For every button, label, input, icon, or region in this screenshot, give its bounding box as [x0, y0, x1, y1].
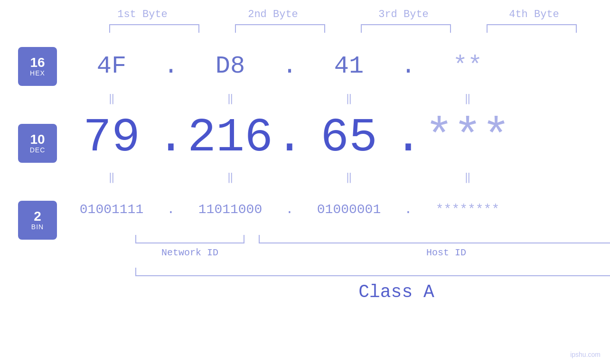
- hex-sep-2: .: [280, 52, 299, 80]
- bracket-net: [135, 235, 244, 243]
- bin-value-1: 01001111: [80, 202, 143, 217]
- hex-cell-3: 41: [299, 52, 399, 80]
- hex-cell-2: D8: [180, 52, 280, 80]
- equals-1-1: ‖: [62, 92, 161, 105]
- bin-value-2: 11011000: [198, 202, 262, 217]
- badge-dec-label: DEC: [30, 146, 46, 154]
- bin-sep-2: .: [280, 202, 299, 217]
- hex-cell-1: 4F: [62, 52, 161, 80]
- bracket-top-2: [235, 24, 325, 33]
- equals-2-1: ‖: [62, 171, 161, 184]
- dec-cell-1: 79: [62, 111, 161, 165]
- hex-sep-3: .: [399, 52, 418, 80]
- dec-cell-3: 65: [299, 111, 399, 165]
- badge-dec: 10 DEC: [18, 124, 57, 163]
- badge-hex-label: HEX: [30, 69, 45, 77]
- top-brackets: [92, 24, 595, 33]
- badge-hex: 16 HEX: [18, 47, 57, 86]
- hex-value-3: 41: [334, 52, 364, 80]
- equals-row-2: ‖ ‖ ‖ ‖: [62, 168, 610, 186]
- badge-hex-number: 16: [30, 56, 45, 69]
- hex-dot-2: .: [282, 52, 297, 80]
- badge-bin-label: BIN: [31, 223, 44, 231]
- main-container: 1st Byte 2nd Byte 3rd Byte 4th Byte 16 H…: [0, 0, 610, 364]
- hex-dot-1: .: [163, 52, 178, 80]
- equals-1-4: ‖: [418, 92, 517, 105]
- byte-headers: 1st Byte 2nd Byte 3rd Byte 4th Byte: [77, 0, 600, 20]
- badge-bin: 2 BIN: [18, 201, 57, 240]
- watermark: ipshu.com: [570, 351, 601, 358]
- bin-cell-1: 01001111: [62, 202, 161, 217]
- equals-1-2: ‖: [180, 92, 280, 105]
- host-id-label: Host ID: [259, 247, 610, 258]
- bracket-top-4: [487, 24, 577, 33]
- hex-cell-4: **: [418, 52, 517, 80]
- values-grid: 4F . D8 . 41 . **: [62, 37, 610, 302]
- hex-value-1: 4F: [97, 52, 126, 80]
- header-byte3: 3rd Byte: [356, 9, 451, 20]
- class-label: Class A: [135, 282, 610, 302]
- bin-dot-3: .: [404, 202, 413, 217]
- equals-2-4: ‖: [418, 171, 517, 184]
- dec-value-2: 216: [188, 111, 273, 165]
- hex-dot-3: .: [401, 52, 415, 80]
- bin-dot-1: .: [167, 202, 175, 217]
- bin-sep-1: .: [161, 202, 180, 217]
- bracket-host: [259, 235, 610, 243]
- bin-value-4: ********: [436, 202, 499, 217]
- bin-row: 01001111 . 11011000 . 01000001 .: [62, 186, 610, 233]
- dec-sep-3: .: [399, 111, 418, 165]
- equals-row-1: ‖ ‖ ‖ ‖: [62, 90, 610, 107]
- bin-value-3: 01000001: [317, 202, 381, 217]
- hex-value-2: D8: [216, 52, 245, 80]
- dec-value-1: 79: [83, 111, 140, 165]
- hex-sep-1: .: [161, 52, 180, 80]
- bottom-brackets-row: [135, 235, 610, 243]
- equals-2-3: ‖: [299, 171, 399, 184]
- bracket-labels-row: Network ID Host ID: [135, 247, 610, 258]
- badges-column: 16 HEX 10 DEC 2 BIN: [18, 47, 57, 278]
- dec-sep-1: .: [161, 111, 180, 165]
- bracket-top-1: [109, 24, 199, 33]
- header-byte1: 1st Byte: [95, 9, 190, 20]
- bin-cell-2: 11011000: [180, 202, 280, 217]
- hex-value-4: **: [453, 52, 482, 80]
- hex-row: 4F . D8 . 41 . **: [62, 42, 610, 90]
- network-id-label: Network ID: [135, 247, 244, 258]
- bottom-section: Network ID Host ID Class A: [135, 235, 610, 302]
- equals-2-2: ‖: [180, 171, 280, 184]
- bin-dot-2: .: [286, 202, 294, 217]
- bin-cell-3: 01000001: [299, 202, 399, 217]
- content-area: 16 HEX 10 DEC 2 BIN 4F .: [0, 37, 610, 302]
- dec-value-3: 65: [320, 111, 377, 165]
- bin-cell-4: ********: [418, 202, 517, 217]
- badge-dec-number: 10: [30, 133, 45, 146]
- bin-sep-3: .: [399, 202, 418, 217]
- dec-cell-4: ***: [418, 111, 517, 165]
- dec-sep-2: .: [280, 111, 299, 165]
- dec-row: 79 . 216 . 65 . ***: [62, 107, 610, 168]
- badge-bin-number: 2: [34, 210, 41, 223]
- bracket-top-3: [361, 24, 451, 33]
- header-byte4: 4th Byte: [487, 9, 582, 20]
- dec-cell-2: 216: [180, 111, 280, 165]
- header-byte2: 2nd Byte: [225, 9, 320, 20]
- equals-1-3: ‖: [299, 92, 399, 105]
- dec-value-4: ***: [425, 111, 510, 165]
- full-bottom-bracket: [135, 268, 610, 276]
